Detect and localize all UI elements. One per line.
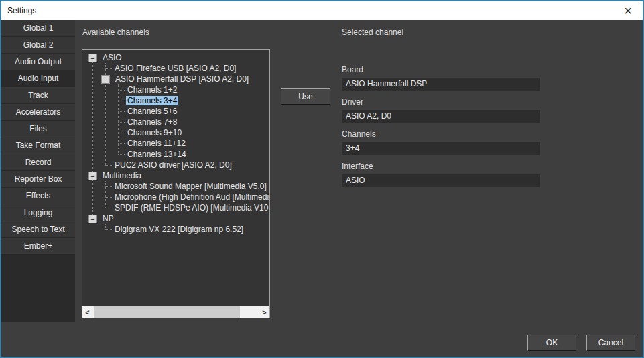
tree-connector-stub <box>105 229 112 230</box>
sidebar-item-files[interactable]: Files <box>1 121 75 137</box>
scroll-left-button[interactable]: < <box>82 306 92 318</box>
field-value[interactable]: ASIO A2, D0 <box>342 110 540 123</box>
close-icon: × <box>624 4 632 17</box>
collapse-icon[interactable]: − <box>88 215 97 223</box>
sidebar-item-audio-output[interactable]: Audio Output <box>1 54 75 70</box>
sidebar-item-label: Logging <box>24 208 53 217</box>
tree-node-spdif-rme-hdspe-aio-multimedia-v10-0[interactable]: SPDIF (RME HDSPe AIO) [Multimedia V10.0] <box>82 202 269 213</box>
sidebar-item-global-1[interactable]: Global 1 <box>1 20 75 36</box>
tree-rows: − ASIO ASIO Fireface USB [ASIO A2, D0] −… <box>82 52 269 235</box>
tree-node-label: ASIO <box>101 53 123 62</box>
ok-button-label: OK <box>546 338 558 347</box>
sidebar-item-global-2[interactable]: Global 2 <box>1 37 75 53</box>
scroll-left-icon: < <box>85 308 89 316</box>
selected-channel-fields: Board ASIO Hammerfall DSP Driver ASIO A2… <box>342 65 540 194</box>
sidebar-item-label: Speech to Text <box>11 225 64 234</box>
tree-node-label: Channels 13+14 <box>126 150 188 159</box>
tree-node-channels-9-10[interactable]: Channels 9+10 <box>82 127 269 138</box>
tree-node-label: Multimedia <box>101 171 143 180</box>
tree-node-label: ASIO Hammerfall DSP [ASIO A2, D0] <box>114 74 250 84</box>
sidebar-item-label: Files <box>29 124 46 133</box>
tree-node-microsoft-sound-mapper-multimedia-v5-0[interactable]: Microsoft Sound Mapper [Multimedia V5.0] <box>82 181 269 192</box>
selected-channel-heading: Selected channel <box>342 27 403 37</box>
field-label: Driver <box>342 97 540 107</box>
sidebar-item-label: Audio Input <box>18 74 59 83</box>
sidebar-item-label: Global 1 <box>23 23 54 33</box>
tree-node-label: PUC2 ASIO driver [ASIO A2, D0] <box>113 160 233 170</box>
tree-node-channels-5-6[interactable]: Channels 5+6 <box>82 106 269 117</box>
sidebar-item-speech-to-text[interactable]: Speech to Text <box>1 221 75 237</box>
tree-connector-stub <box>118 111 125 112</box>
field-value[interactable]: 3+4 <box>342 142 540 155</box>
sidebar-item-effects[interactable]: Effects <box>1 188 75 204</box>
tree-node-asio-fireface-usb-asio-a2-d0[interactable]: ASIO Fireface USB [ASIO A2, D0] <box>82 63 269 74</box>
tree-connector-stub <box>105 186 112 187</box>
sidebar-item-label: Track <box>28 91 48 100</box>
sidebar-item-logging[interactable]: Logging <box>1 204 75 221</box>
sidebar-item-label: Audio Output <box>15 57 62 66</box>
field-driver: Driver ASIO A2, D0 <box>342 97 540 123</box>
sidebar-item-accelerators[interactable]: Accelerators <box>1 104 75 120</box>
sidebar-item-label: Global 2 <box>23 40 54 50</box>
tree-node-label: Channels 5+6 <box>126 107 178 116</box>
field-value[interactable]: ASIO Hammerfall DSP <box>342 78 540 91</box>
tree-node-label: Digigram VX 222 [Digigram np 6.52] <box>113 225 245 234</box>
tree-node-asio[interactable]: − ASIO <box>82 52 269 63</box>
tree-connector-stub <box>118 133 125 133</box>
titlebar: Settings × <box>1 1 643 20</box>
window-title: Settings <box>7 6 36 15</box>
sidebar-item-reporter-box[interactable]: Reporter Box <box>1 171 75 187</box>
cancel-button[interactable]: Cancel <box>586 335 635 351</box>
tree-node-channels-3-4[interactable]: Channels 3+4 <box>82 95 269 106</box>
field-label: Board <box>342 65 540 74</box>
field-label: Interface <box>342 162 540 171</box>
field-value[interactable]: ASIO <box>342 174 540 187</box>
tree-node-channels-11-12[interactable]: Channels 11+12 <box>82 138 269 149</box>
tree-node-channels-7-8[interactable]: Channels 7+8 <box>82 117 269 127</box>
tree-node-label: Microsoft Sound Mapper [Multimedia V5.0] <box>113 182 268 191</box>
collapse-icon[interactable]: − <box>101 75 110 84</box>
tree-node-channels-1-2[interactable]: Channels 1+2 <box>82 84 269 95</box>
settings-window: Settings × Global 1 Global 2 Audio Outpu… <box>0 0 644 358</box>
collapse-icon[interactable]: − <box>88 54 97 62</box>
collapse-icon[interactable]: − <box>88 172 97 180</box>
tree-node-microphone-high-definition-aud-multimedia[interactable]: Microphone (High Definition Aud [Multime… <box>82 192 269 202</box>
scroll-right-icon: > <box>262 308 266 316</box>
tree-node-label: Channels 11+12 <box>126 139 187 148</box>
tree-connector-stub <box>105 197 112 198</box>
field-board: Board ASIO Hammerfall DSP <box>342 65 540 91</box>
scroll-right-button[interactable]: > <box>259 306 269 318</box>
scrollbar-thumb[interactable] <box>94 306 240 318</box>
sidebar-item-label: Reporter Box <box>15 174 62 184</box>
sidebar-item-ember[interactable]: Ember+ <box>1 238 75 254</box>
tree-node-multimedia[interactable]: − Multimedia <box>82 170 269 181</box>
close-button[interactable]: × <box>616 1 640 20</box>
tree-node-label: Channels 9+10 <box>126 128 183 137</box>
tree-connector-stub <box>118 101 125 101</box>
tree-node-channels-13-14[interactable]: Channels 13+14 <box>82 149 269 160</box>
tree-connector-stub <box>105 208 112 208</box>
tree-node-asio-hammerfall-dsp-asio-a2-d0[interactable]: − ASIO Hammerfall DSP [ASIO A2, D0] <box>82 74 269 84</box>
cancel-button-label: Cancel <box>598 338 623 347</box>
sidebar-item-take-format[interactable]: Take Format <box>1 137 75 154</box>
tree-connector-stub <box>118 90 125 91</box>
sidebar-item-label: Accelerators <box>16 107 61 117</box>
use-button[interactable]: Use <box>281 88 330 105</box>
sidebar-item-label: Take Format <box>16 141 61 150</box>
tree-horizontal-scrollbar[interactable]: < > <box>82 306 269 318</box>
available-channels-heading: Available channels <box>82 27 149 37</box>
sidebar-item-track[interactable]: Track <box>1 87 75 103</box>
ok-button[interactable]: OK <box>527 335 576 351</box>
tree-node-np[interactable]: − NP <box>82 213 269 224</box>
tree-node-label: Channels 7+8 <box>126 117 178 127</box>
sidebar-item-record[interactable]: Record <box>1 154 75 170</box>
tree-node-digigram-vx-222-digigram-np-6-52[interactable]: Digigram VX 222 [Digigram np 6.52] <box>82 224 269 235</box>
tree-content: − ASIO ASIO Fireface USB [ASIO A2, D0] −… <box>82 50 269 318</box>
tree-node-puc2-asio-driver-asio-a2-d0[interactable]: PUC2 ASIO driver [ASIO A2, D0] <box>82 160 269 170</box>
sidebar-item-audio-input[interactable]: Audio Input <box>1 70 75 86</box>
use-button-label: Use <box>298 92 312 101</box>
field-interface: Interface ASIO <box>342 162 540 187</box>
tree-node-label: Channels 3+4 <box>126 96 178 105</box>
channel-tree: − ASIO ASIO Fireface USB [ASIO A2, D0] −… <box>82 49 270 318</box>
tree-node-label: NP <box>101 214 115 223</box>
